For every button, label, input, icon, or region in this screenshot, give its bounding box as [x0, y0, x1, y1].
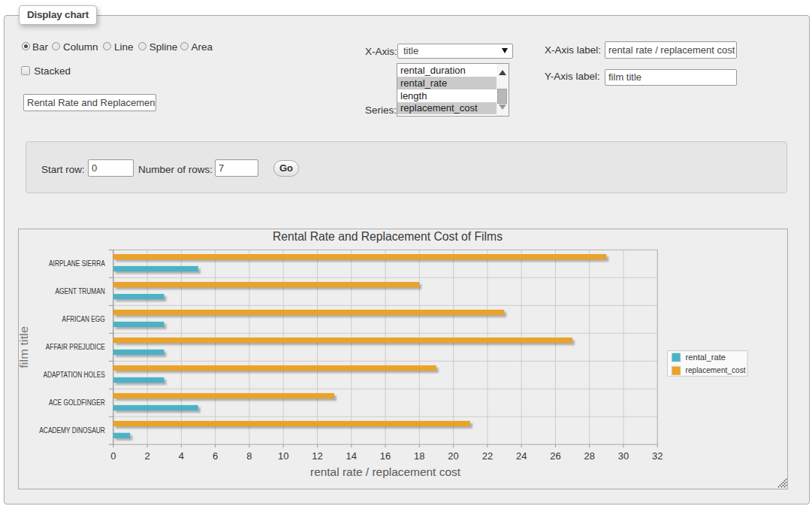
svg-text:8: 8: [246, 450, 252, 462]
svg-text:24: 24: [516, 450, 527, 462]
svg-text:18: 18: [414, 450, 424, 462]
svg-text:20: 20: [448, 450, 458, 462]
svg-text:0: 0: [110, 450, 116, 462]
svg-text:10: 10: [278, 450, 288, 462]
svg-text:30: 30: [618, 450, 629, 462]
svg-text:14: 14: [346, 450, 357, 462]
svg-text:16: 16: [380, 450, 391, 462]
svg-text:4: 4: [179, 450, 184, 462]
svg-text:Rental Rate and Replacement Co: Rental Rate and Replacement Cost of Film…: [273, 229, 503, 243]
svg-text:ACE GOLDFINGER: ACE GOLDFINGER: [49, 398, 105, 407]
svg-text:ADAPTATION HOLES: ADAPTATION HOLES: [43, 371, 105, 379]
svg-text:6: 6: [213, 450, 218, 462]
svg-text:AGENT TRUMAN: AGENT TRUMAN: [55, 287, 104, 295]
svg-text:film title: film title: [18, 326, 30, 368]
svg-text:rental_rate: rental_rate: [686, 353, 726, 362]
svg-text:AIRPLANE SIERRA: AIRPLANE SIERRA: [49, 259, 105, 268]
svg-text:28: 28: [584, 450, 594, 462]
svg-text:AFRICAN EGG: AFRICAN EGG: [62, 315, 105, 323]
svg-text:replacement_cost: replacement_cost: [686, 365, 746, 374]
svg-text:32: 32: [652, 450, 663, 462]
svg-text:rental rate / replacement cost: rental rate / replacement cost: [310, 466, 460, 478]
svg-text:2: 2: [144, 450, 149, 462]
svg-text:AFFAIR PREJUDICE: AFFAIR PREJUDICE: [46, 343, 105, 351]
svg-text:26: 26: [550, 450, 560, 462]
svg-text:ACADEMY DINOSAUR: ACADEMY DINOSAUR: [39, 426, 105, 435]
svg-text:12: 12: [312, 450, 322, 462]
svg-text:22: 22: [482, 450, 493, 462]
